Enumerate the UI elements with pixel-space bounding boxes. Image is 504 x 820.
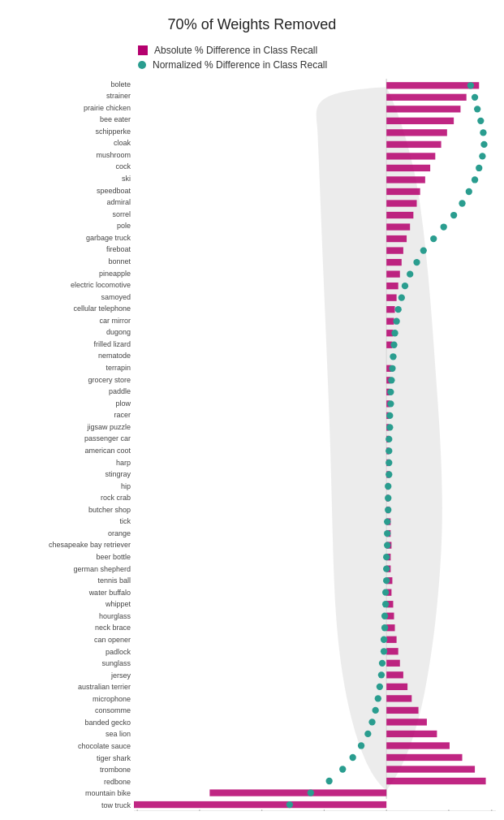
svg-rect-50 bbox=[386, 648, 398, 654]
svg-point-67 bbox=[477, 118, 484, 124]
y-label: passenger car bbox=[8, 434, 134, 445]
y-label: cellular telephone bbox=[8, 304, 134, 315]
svg-point-118 bbox=[368, 719, 375, 725]
svg-point-108 bbox=[382, 601, 389, 607]
y-label: jersey bbox=[8, 670, 134, 681]
svg-rect-4 bbox=[386, 106, 460, 112]
chart-container: 70% of Weights Removed Absolute % Differ… bbox=[0, 0, 504, 820]
svg-rect-8 bbox=[386, 153, 435, 159]
y-label: neck brace bbox=[8, 623, 134, 634]
y-label: terrapin bbox=[8, 363, 134, 374]
y-label: admiral bbox=[8, 197, 134, 209]
svg-rect-10 bbox=[386, 176, 425, 183]
y-label: whippet bbox=[8, 599, 134, 611]
legend-circle-icon bbox=[138, 61, 146, 69]
svg-point-117 bbox=[373, 707, 379, 714]
svg-rect-20 bbox=[386, 295, 396, 301]
main-chart-svg: −8 −6 −4 −2 0 2 4 bbox=[134, 79, 496, 811]
y-label: butcher shop bbox=[8, 504, 134, 516]
svg-point-93 bbox=[386, 424, 393, 430]
svg-rect-17 bbox=[386, 259, 402, 265]
y-label: garbage truck bbox=[8, 232, 134, 244]
svg-rect-7 bbox=[386, 141, 441, 148]
svg-rect-12 bbox=[386, 200, 416, 206]
y-label: sorrel bbox=[8, 209, 134, 220]
svg-point-79 bbox=[413, 259, 420, 265]
svg-point-86 bbox=[390, 342, 397, 348]
svg-rect-16 bbox=[386, 247, 403, 253]
svg-point-96 bbox=[386, 460, 392, 466]
svg-rect-15 bbox=[386, 235, 407, 242]
svg-rect-55 bbox=[386, 707, 418, 714]
plot-area: −8 −6 −4 −2 0 2 4 bbox=[134, 79, 496, 811]
svg-point-73 bbox=[466, 188, 472, 195]
svg-point-69 bbox=[480, 141, 487, 148]
y-label: strainer bbox=[8, 91, 134, 102]
legend-normalized-label: Normalized % Difference in Class Recall bbox=[153, 59, 327, 71]
svg-rect-49 bbox=[386, 637, 396, 643]
svg-point-111 bbox=[381, 637, 387, 643]
y-label: cock bbox=[8, 162, 134, 173]
y-label: racer bbox=[8, 410, 134, 421]
svg-rect-2 bbox=[386, 82, 479, 88]
svg-point-90 bbox=[387, 389, 394, 395]
svg-rect-58 bbox=[386, 742, 450, 749]
svg-point-87 bbox=[390, 353, 396, 360]
y-label: tennis ball bbox=[8, 576, 134, 587]
svg-rect-53 bbox=[386, 684, 407, 690]
svg-point-92 bbox=[386, 412, 393, 419]
svg-point-113 bbox=[379, 660, 386, 667]
y-label: consomme bbox=[8, 706, 134, 717]
svg-point-78 bbox=[420, 247, 427, 253]
svg-point-109 bbox=[381, 613, 388, 619]
svg-point-101 bbox=[384, 518, 390, 524]
legend-square-icon bbox=[138, 45, 148, 55]
y-label: beer bottle bbox=[8, 552, 134, 563]
y-label: bonnet bbox=[8, 256, 134, 267]
svg-point-80 bbox=[407, 270, 413, 277]
svg-rect-5 bbox=[386, 118, 454, 124]
svg-point-98 bbox=[385, 483, 391, 490]
y-label: sea lion bbox=[8, 729, 134, 740]
y-label: can opener bbox=[8, 634, 134, 645]
y-label: microphone bbox=[8, 693, 134, 705]
y-label: ski bbox=[8, 174, 134, 185]
y-label: paddle bbox=[8, 386, 134, 398]
svg-point-124 bbox=[308, 789, 314, 796]
svg-point-89 bbox=[388, 377, 394, 383]
legend-absolute-label: Absolute % Difference in Class Recall bbox=[154, 45, 317, 56]
svg-point-82 bbox=[398, 295, 405, 301]
svg-point-120 bbox=[358, 742, 364, 749]
y-label: trombone bbox=[8, 765, 134, 776]
svg-point-115 bbox=[377, 684, 383, 690]
y-label: sunglass bbox=[8, 658, 134, 670]
svg-rect-22 bbox=[386, 318, 394, 325]
y-label: orange bbox=[8, 528, 134, 539]
y-label: mountain bike bbox=[8, 788, 134, 800]
y-label: hourglass bbox=[8, 611, 134, 622]
svg-point-74 bbox=[459, 200, 465, 206]
y-label: water buffalo bbox=[8, 587, 134, 598]
svg-point-91 bbox=[387, 400, 394, 407]
svg-point-66 bbox=[474, 106, 480, 112]
svg-point-107 bbox=[382, 589, 389, 596]
svg-point-121 bbox=[350, 754, 356, 761]
svg-point-105 bbox=[383, 565, 390, 572]
svg-point-77 bbox=[430, 235, 437, 242]
svg-point-84 bbox=[393, 318, 399, 325]
svg-point-68 bbox=[480, 129, 486, 136]
svg-rect-51 bbox=[386, 660, 400, 667]
legend: Absolute % Difference in Class Recall No… bbox=[138, 45, 496, 71]
svg-rect-59 bbox=[386, 754, 462, 761]
svg-point-81 bbox=[402, 283, 408, 289]
y-label: electric locomotive bbox=[8, 280, 134, 291]
y-label: prairie chicken bbox=[8, 102, 134, 114]
svg-rect-21 bbox=[386, 306, 394, 313]
legend-item-normalized: Normalized % Difference in Class Recall bbox=[138, 59, 496, 71]
svg-rect-18 bbox=[386, 270, 400, 277]
svg-point-85 bbox=[391, 330, 398, 336]
y-label: rock crab bbox=[8, 493, 134, 504]
svg-rect-52 bbox=[386, 671, 403, 678]
svg-point-64 bbox=[467, 82, 474, 88]
y-label: banded gecko bbox=[8, 717, 134, 728]
